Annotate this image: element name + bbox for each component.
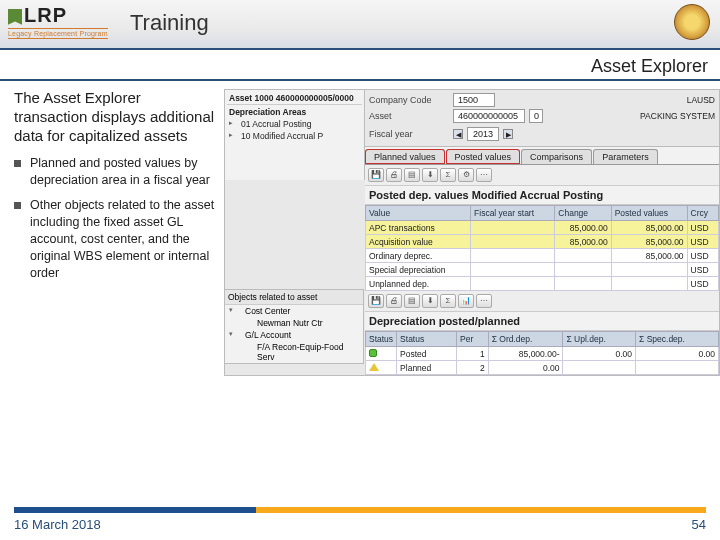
tree-node-cost-center[interactable]: Cost Center <box>225 305 363 317</box>
tab-planned-values[interactable]: Planned values <box>365 149 445 164</box>
table-row: Planned20.00 <box>366 361 719 375</box>
company-field[interactable]: 1500 <box>453 93 495 107</box>
tab-strip: Planned values Posted values Comparisons… <box>365 147 719 165</box>
sum-icon[interactable]: Σ <box>440 294 456 308</box>
seal-icon <box>674 4 710 40</box>
logo-text: LRP <box>8 4 108 27</box>
asset-field[interactable]: 460000000005 <box>453 109 525 123</box>
toolbar-2: 💾 🖨 ▤ ⬇ Σ 📊 ⋯ <box>365 291 719 312</box>
bullet-item: Planned and posted values by depreciatio… <box>14 155 216 189</box>
text-column: The Asset Explorer transaction displays … <box>14 89 224 481</box>
save-icon[interactable]: 💾 <box>368 294 384 308</box>
company-label: Company Code <box>369 95 449 105</box>
col-change[interactable]: Change <box>555 206 611 221</box>
toolbar: 💾 🖨 ▤ ⬇ Σ ⚙ ⋯ <box>365 165 719 186</box>
tree-node[interactable]: 10 Modified Accrual P <box>227 130 362 142</box>
fy-label: Fiscal year <box>369 129 449 139</box>
company-name: LAUSD <box>687 95 715 105</box>
slide-header: LRP Legacy Replacement Program Training <box>0 0 720 50</box>
section-heading: Asset Explorer <box>0 50 720 81</box>
filter-icon[interactable]: ▤ <box>404 168 420 182</box>
tree-caption: Depreciation Areas <box>227 105 362 118</box>
tree-leaf[interactable]: Newman Nutr Ctr <box>225 317 363 329</box>
table-row: Ordinary deprec.85,000.00USD <box>366 249 719 263</box>
prev-year-icon[interactable]: ◀ <box>453 129 463 139</box>
print-icon[interactable]: 🖨 <box>386 168 402 182</box>
page-title: Training <box>130 10 209 36</box>
logo-subtext: Legacy Replacement Program <box>8 28 108 39</box>
more-icon[interactable]: ⋯ <box>476 294 492 308</box>
tab-posted-values[interactable]: Posted values <box>446 149 521 164</box>
bullet-item: Other objects related to the asset inclu… <box>14 197 216 281</box>
status-warning-icon <box>369 363 379 371</box>
depreciation-table: Status Status Per Σ Ord.dep. Σ Upl.dep. … <box>365 331 719 375</box>
settings-icon[interactable]: ⚙ <box>458 168 474 182</box>
next-year-icon[interactable]: ▶ <box>503 129 513 139</box>
col-fy-start[interactable]: Fiscal year start <box>471 206 555 221</box>
save-icon[interactable]: 💾 <box>368 168 384 182</box>
col-status[interactable]: Status <box>397 332 457 347</box>
sum-icon[interactable]: Σ <box>440 168 456 182</box>
intro-text: The Asset Explorer transaction displays … <box>14 89 216 145</box>
footer-date: 16 March 2018 <box>14 517 101 532</box>
filter-icon[interactable]: ▤ <box>404 294 420 308</box>
asset-name: PACKING SYSTEM <box>640 111 715 121</box>
related-objects-panel: Objects related to asset Cost Center New… <box>224 289 364 364</box>
tree-leaf[interactable]: F/A Recon-Equip-Food Serv <box>225 341 363 363</box>
screenshot-panel: Asset 1000 460000000005/0000 Depreciatio… <box>224 89 720 481</box>
col-upl[interactable]: Σ Upl.dep. <box>563 332 636 347</box>
tab-comparisons[interactable]: Comparisons <box>521 149 592 164</box>
tree-node[interactable]: 01 Accrual Posting <box>227 118 362 130</box>
col-spec[interactable]: Σ Spec.dep. <box>636 332 719 347</box>
asset-sub-field[interactable]: 0 <box>529 109 543 123</box>
asset-header: Asset 1000 460000000005/0000 <box>227 92 362 105</box>
posted-values-table: Value Fiscal year start Change Posted va… <box>365 205 719 291</box>
col-posted[interactable]: Posted values <box>611 206 687 221</box>
footer-page: 54 <box>692 517 706 532</box>
col-ord[interactable]: Σ Ord.dep. <box>488 332 563 347</box>
fy-field[interactable]: 2013 <box>467 127 499 141</box>
more-icon[interactable]: ⋯ <box>476 168 492 182</box>
posted-panel-title: Posted dep. values Modified Accrual Post… <box>365 186 719 205</box>
export-icon[interactable]: ⬇ <box>422 294 438 308</box>
dep-panel-title: Depreciation posted/planned <box>365 312 719 331</box>
col-crcy[interactable]: Crcy <box>687 206 718 221</box>
table-row: APC transactions85,000.0085,000.00USD <box>366 221 719 235</box>
tab-parameters[interactable]: Parameters <box>593 149 658 164</box>
logo: LRP Legacy Replacement Program <box>8 4 108 39</box>
col-value[interactable]: Value <box>366 206 471 221</box>
table-row: Acquisition value85,000.0085,000.00USD <box>366 235 719 249</box>
asset-label: Asset <box>369 111 449 121</box>
col-status-icon[interactable]: Status <box>366 332 397 347</box>
tree-node-gl-account[interactable]: G/L Account <box>225 329 363 341</box>
col-per[interactable]: Per <box>456 332 488 347</box>
export-icon[interactable]: ⬇ <box>422 168 438 182</box>
table-row: Special depreciationUSD <box>366 263 719 277</box>
slide-footer: 16 March 2018 54 <box>14 507 706 532</box>
table-row: Posted185,000.00-0.000.00 <box>366 347 719 361</box>
print-icon[interactable]: 🖨 <box>386 294 402 308</box>
chart-icon[interactable]: 📊 <box>458 294 474 308</box>
table-row: Unplanned dep.USD <box>366 277 719 291</box>
status-green-icon <box>369 349 377 357</box>
related-objects-header: Objects related to asset <box>225 290 363 305</box>
